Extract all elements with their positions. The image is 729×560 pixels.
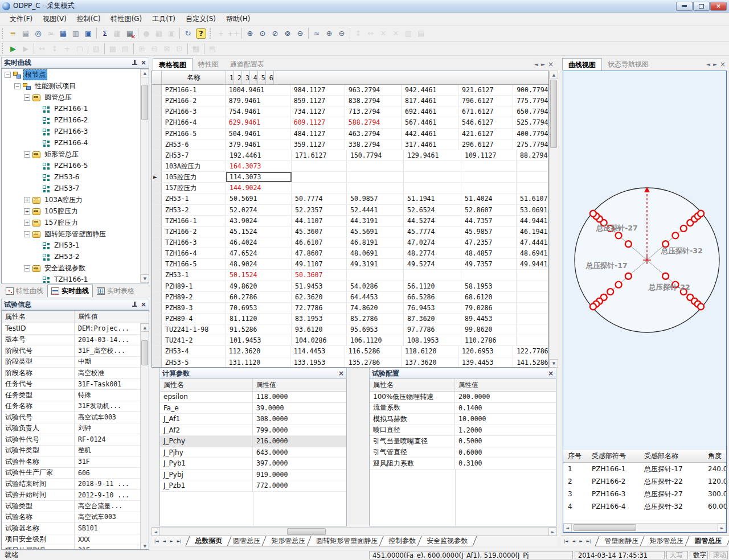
table-cell[interactable]: 171.6127 [292, 150, 347, 160]
table-cell[interactable] [461, 172, 517, 182]
property-row[interactable]: 试验件生产厂家 606 [2, 468, 149, 479]
property-row[interactable]: J_Pyb1 397.0000 [160, 458, 346, 470]
table-cell[interactable]: 48.4857 [461, 248, 517, 258]
table-cell[interactable]: 68.6120 [461, 292, 517, 302]
table-cell[interactable]: 51.1941 [404, 193, 461, 204]
tab-close-icon[interactable]: × [720, 60, 726, 68]
property-row[interactable]: 任务名称 31F发动机... [2, 401, 149, 413]
row-name-cell[interactable]: PZH89-1 [162, 281, 226, 291]
table-cell[interactable]: 108.1953 [404, 335, 461, 345]
zoom-out-icon[interactable]: ⊖ [294, 27, 306, 40]
table-cell[interactable]: 421.6127 [458, 129, 513, 139]
table-row[interactable]: TZH166-4 47.6524 47.8607 48.0691 48.2774… [152, 248, 548, 259]
property-row[interactable]: J_Pjhy 643.0000 [160, 447, 346, 459]
table-cell[interactable]: 85.2786 [347, 314, 404, 324]
tree-item[interactable]: + 105腔压力 [2, 205, 149, 217]
table-cell[interactable]: 49.5274 [404, 259, 461, 269]
table-cell[interactable]: 46.8191 [347, 237, 404, 248]
zoom-in-icon[interactable]: ⊕ [244, 27, 256, 40]
table-cell[interactable]: 588.2794 [345, 117, 402, 127]
table-cell[interactable] [517, 335, 548, 345]
column-header[interactable]: 序号 [563, 451, 587, 461]
chart-b-icon[interactable]: ▨ [119, 42, 132, 55]
table-row[interactable]: TZH166-2 45.1524 45.3607 45.5691 45.7774… [152, 227, 548, 237]
row-name-cell[interactable]: TZH166-1 [162, 216, 226, 226]
table-cell[interactable]: 525.7794 [513, 117, 548, 127]
table-row[interactable]: PZH166-4 629.9461 609.1127 588.2794 567.… [152, 117, 548, 128]
chart-a-icon[interactable]: ▩ [107, 42, 119, 55]
table-row[interactable]: PZH89-1 49.8620 51.9453 54.0286 56.1120 … [152, 281, 548, 292]
table-cell[interactable] [404, 172, 461, 182]
table-cell[interactable]: 44.5274 [404, 216, 461, 226]
row-name-cell[interactable]: PZH166-1 [162, 85, 226, 95]
table-row[interactable]: 157腔压力 144.9024 [152, 183, 548, 193]
table-cell[interactable]: 47.6524 [226, 248, 292, 258]
last-sheet-icon[interactable]: ►| [585, 538, 593, 545]
new-doc-icon[interactable]: ▤ [19, 27, 32, 40]
table-cell[interactable]: 44.1107 [292, 216, 347, 226]
row-name-cell[interactable]: TZH166-2 [162, 227, 226, 237]
close-icon[interactable]: × [141, 59, 146, 66]
table-cell[interactable]: 275.7794 [513, 139, 548, 150]
table-cell[interactable]: 817.4461 [402, 96, 458, 106]
tree-item[interactable]: PZH166-2 [2, 114, 149, 126]
first-sheet-icon[interactable]: |◄ [153, 538, 161, 545]
export-icon[interactable]: ▤ [206, 42, 219, 55]
close-icon[interactable]: × [548, 370, 554, 377]
calendar-icon[interactable]: ▦ [153, 27, 165, 40]
table-cell[interactable]: 338.2794 [345, 139, 402, 150]
table-cell[interactable]: 47.2357 [461, 237, 517, 248]
property-row[interactable]: 阶段名称 高空校准 [2, 368, 149, 379]
table-row[interactable]: 3 PZH166-3 总压探针-27 300.0 [563, 488, 726, 500]
tree-item[interactable]: PZH166-3 [2, 126, 149, 137]
row-name-cell[interactable]: TU241-2 [162, 335, 226, 345]
cut-y-icon[interactable]: ✕ [390, 27, 402, 40]
table-cell[interactable]: 50.5691 [226, 193, 292, 204]
row-name-cell[interactable]: ZH53-4 [162, 346, 226, 356]
table-cell[interactable]: 50.3607 [292, 270, 347, 280]
table-cell[interactable]: 88.2794 [517, 150, 548, 160]
wave-icon[interactable]: ≈ [310, 27, 323, 40]
sheet-tab[interactable]: 圆转矩形管壁面静压 [307, 536, 387, 546]
fit-width-icon[interactable]: ↔ [36, 42, 48, 55]
table-cell[interactable]: 984.1127 [290, 85, 345, 95]
table-cell[interactable]: 93.6120 [292, 324, 347, 335]
table-cell[interactable]: 463.2794 [345, 129, 402, 139]
table-cell[interactable] [517, 292, 548, 302]
table-cell[interactable]: 379.9461 [226, 139, 290, 150]
window-layout-icon[interactable]: ▣ [82, 27, 95, 40]
property-row[interactable]: 阶段类型 中期 [2, 357, 149, 368]
table-cell[interactable]: 46.6107 [292, 237, 347, 248]
zoom-window-icon[interactable]: ⊙ [256, 27, 269, 40]
table-cell[interactable]: 135.2786 [345, 357, 402, 368]
scroll-right-icon[interactable]: ► [548, 528, 557, 536]
property-row[interactable]: 试验件名称 31F [2, 456, 149, 468]
table-cell[interactable]: 44.3191 [347, 216, 404, 226]
property-row[interactable]: 试验器名称 SB101 [2, 523, 149, 534]
row-name-cell[interactable]: ZH53-6 [162, 139, 226, 150]
frame-icon[interactable]: ▢ [73, 42, 86, 55]
property-row[interactable]: 阶段代号 31F_高空校... [2, 345, 149, 357]
table-row[interactable]: ZH53-4 112.3620 114.4453 116.5286 118.61… [152, 346, 548, 357]
table-cell[interactable]: 87.3620 [404, 314, 461, 324]
property-row[interactable]: Fa_e 39.0000 [160, 403, 346, 414]
tree-item[interactable]: PZH166-4 [2, 137, 149, 149]
table-cell[interactable]: 50.1524 [226, 270, 292, 280]
switch-mode-icon[interactable]: ↻ [182, 27, 194, 40]
menu-item[interactable]: 特性图(G) [106, 13, 148, 26]
table-cell[interactable] [347, 161, 404, 171]
table-cell[interactable]: 74.8620 [347, 303, 404, 313]
row-name-cell[interactable]: TZH166-3 [162, 237, 226, 248]
table-cell[interactable]: 48.6941 [517, 248, 548, 258]
property-row[interactable]: 引气当量喷嘴直径 0.5000 [370, 436, 556, 447]
tree-item[interactable]: − 圆管总压 [2, 92, 149, 103]
table-cell[interactable]: 76.9453 [404, 303, 461, 313]
node-tree-icon[interactable]: ⊡ [173, 42, 186, 55]
table-cell[interactable]: 609.1127 [290, 117, 345, 127]
table-cell[interactable]: 51.9453 [292, 281, 347, 291]
pin-icon[interactable] [132, 302, 137, 308]
row-name-cell[interactable]: PZH166-2 [162, 96, 226, 106]
table-cell[interactable]: 72.7786 [292, 303, 347, 313]
table-cell[interactable] [347, 183, 404, 193]
table-cell[interactable]: 52.6524 [404, 205, 461, 215]
